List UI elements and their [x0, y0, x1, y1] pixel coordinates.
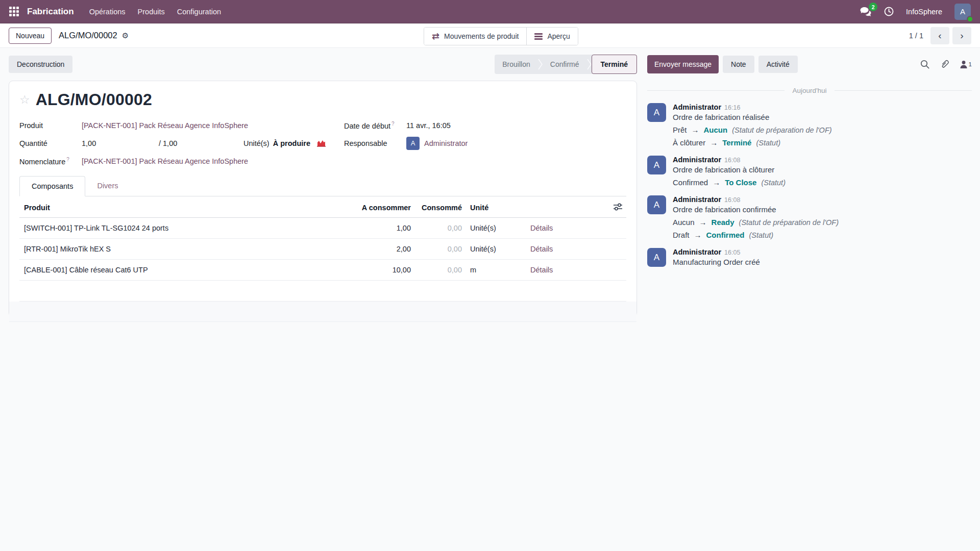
details-link[interactable]: Détails: [530, 224, 553, 232]
product-field-label: Produit: [19, 121, 82, 130]
tracking-new: Terminé: [722, 138, 751, 147]
user-avatar[interactable]: A: [954, 4, 971, 20]
table-row[interactable]: [CABLE-001] Câble réseau Cat6 UTP 10,00 …: [19, 260, 626, 281]
follower-person-icon: [960, 60, 968, 69]
new-button[interactable]: Nouveau: [9, 28, 52, 44]
message-author[interactable]: Administrator: [673, 103, 721, 111]
menu-configuration[interactable]: Configuration: [177, 8, 221, 16]
chatter-message[interactable]: A Administrator16:05 Manufacturing Order…: [647, 248, 972, 267]
favorite-star-icon[interactable]: ☆: [19, 94, 30, 106]
forecast-chart-icon[interactable]: [317, 139, 326, 147]
activity-button[interactable]: Activité: [758, 56, 798, 73]
start-date-field-label: Date de début?: [344, 121, 406, 130]
followers-button[interactable]: 1: [960, 60, 972, 69]
table-row[interactable]: [RTR-001] MikroTik hEX S 2,00 0,00 Unité…: [19, 239, 626, 260]
deconstruction-button[interactable]: Deconstruction: [9, 56, 72, 73]
message-body: Manufacturing Order créé: [673, 258, 760, 266]
bom-field-value[interactable]: [PACK-NET-001] Pack Réseau Agence InfoSp…: [82, 157, 248, 165]
gear-icon[interactable]: ⚙: [122, 31, 129, 40]
company-name[interactable]: InfoSphere: [906, 8, 942, 16]
cell-product[interactable]: [CABLE-001] Câble réseau Cat6 UTP: [19, 260, 349, 281]
stage-confirme[interactable]: Confirmé: [543, 55, 587, 74]
breadcrumb: ALG/MO/00002 ⚙: [59, 31, 129, 40]
col-header-to-consume[interactable]: A consommer: [349, 196, 415, 218]
menu-lines-icon: [534, 33, 543, 40]
chatter-message[interactable]: A Administrator16:08 Ordre de fabricatio…: [647, 195, 972, 239]
quantity-field-value[interactable]: 1,00: [82, 139, 159, 147]
cell-to-consume[interactable]: 2,00: [349, 239, 415, 260]
search-messages-button[interactable]: [920, 60, 929, 69]
table-row[interactable]: [SWITCH-001] TP-Link TL-SG1024 24 ports …: [19, 218, 626, 239]
app-name[interactable]: Fabrication: [27, 7, 74, 17]
control-panel: Nouveau ALG/MO/00002 ⚙ ⇄ Mouvements de p…: [0, 23, 980, 48]
tracking-line: Aucun → Ready (Statut de préparation de …: [673, 218, 839, 227]
chatter: Envoyer message Note Activité: [639, 48, 980, 551]
tracking-new: Aucun: [704, 126, 728, 134]
tab-divers[interactable]: Divers: [85, 176, 130, 196]
empty-table-row[interactable]: [19, 281, 626, 302]
tracking-line: Draft → Confirmed (Statut): [673, 231, 839, 239]
cell-consumed: 0,00: [415, 260, 466, 281]
message-author[interactable]: Administrator: [673, 248, 721, 256]
message-author[interactable]: Administrator: [673, 195, 721, 204]
cell-to-consume[interactable]: 10,00: [349, 260, 415, 281]
quantity-uom: Unité(s): [243, 139, 270, 147]
arrow-right-icon: →: [710, 138, 718, 147]
col-header-product[interactable]: Produit: [19, 196, 349, 218]
attachments-button[interactable]: [940, 60, 949, 69]
components-table: Produit A consommer Consommé Unité: [19, 196, 626, 302]
cell-product[interactable]: [SWITCH-001] TP-Link TL-SG1024 24 ports: [19, 218, 349, 239]
pager-prev-button[interactable]: ‹: [930, 27, 949, 44]
message-body: Ordre de fabrication confirmée: [673, 205, 839, 214]
exchange-arrows-icon: ⇄: [432, 32, 439, 41]
apps-grid-icon[interactable]: [9, 7, 19, 16]
cell-product[interactable]: [RTR-001] MikroTik hEX S: [19, 239, 349, 260]
cell-consumed: 0,00: [415, 239, 466, 260]
cell-uom[interactable]: Unité(s): [466, 239, 526, 260]
online-status-dot: [967, 16, 973, 22]
overview-button[interactable]: Aperçu: [526, 28, 577, 45]
menu-operations[interactable]: Opérations: [89, 8, 126, 16]
send-message-button[interactable]: Envoyer message: [647, 55, 719, 73]
details-link[interactable]: Détails: [530, 245, 553, 253]
tracking-old: Aucun: [673, 218, 695, 227]
tracking-field: (Statut de préparation de l'OF): [739, 218, 839, 227]
tab-composants[interactable]: Composants: [19, 176, 85, 196]
tracking-field: (Statut): [749, 231, 774, 239]
chatter-message[interactable]: A Administrator16:08 Ordre de fabricatio…: [647, 156, 972, 187]
product-moves-button[interactable]: ⇄ Mouvements de produit: [424, 28, 526, 45]
product-field-value[interactable]: [PACK-NET-001] Pack Réseau Agence InfoSp…: [82, 121, 248, 130]
left-field-group: Produit [PACK-NET-001] Pack Réseau Agenc…: [19, 116, 326, 170]
menu-produits[interactable]: Produits: [138, 8, 165, 16]
stage-brouillon[interactable]: Brouillon: [495, 55, 537, 74]
pager-value: 1 / 1: [909, 32, 923, 40]
chatter-message[interactable]: A Administrator16:16 Ordre de fabricatio…: [647, 103, 972, 147]
avatar: A: [647, 103, 666, 122]
chevron-left-icon: ‹: [938, 30, 941, 41]
form-column: Deconstruction Brouillon Confirmé Termin…: [0, 48, 639, 551]
pager-next-button[interactable]: ›: [952, 27, 971, 44]
arrow-right-icon: →: [692, 126, 699, 134]
optional-columns-button[interactable]: [602, 196, 626, 218]
col-header-consumed[interactable]: Consommé: [415, 196, 466, 218]
responsible-field-value[interactable]: Administrator: [424, 139, 468, 147]
cell-uom[interactable]: m: [466, 260, 526, 281]
arrow-right-icon: →: [713, 178, 720, 187]
clock-icon: [884, 7, 894, 16]
product-moves-label: Mouvements de produit: [444, 32, 519, 40]
breadcrumb-title[interactable]: ALG/MO/00002: [59, 31, 117, 40]
note-button[interactable]: Note: [723, 56, 754, 73]
cell-to-consume[interactable]: 1,00: [349, 218, 415, 239]
chevron-right-icon: ›: [960, 30, 963, 41]
cell-uom[interactable]: Unité(s): [466, 218, 526, 239]
message-time: 16:08: [724, 157, 740, 164]
date-divider: Aujourd'hui: [647, 87, 972, 94]
message-author[interactable]: Administrator: [673, 156, 721, 164]
messages-button[interactable]: 2: [860, 7, 872, 16]
stage-termine[interactable]: Terminé: [592, 55, 637, 74]
details-link[interactable]: Détails: [530, 266, 553, 274]
activities-button[interactable]: [884, 7, 894, 16]
page-title: ALG/MO/00002: [36, 90, 152, 109]
col-header-uom[interactable]: Unité: [466, 196, 526, 218]
start-date-field-value[interactable]: 11 avr., 16:05: [406, 121, 451, 130]
